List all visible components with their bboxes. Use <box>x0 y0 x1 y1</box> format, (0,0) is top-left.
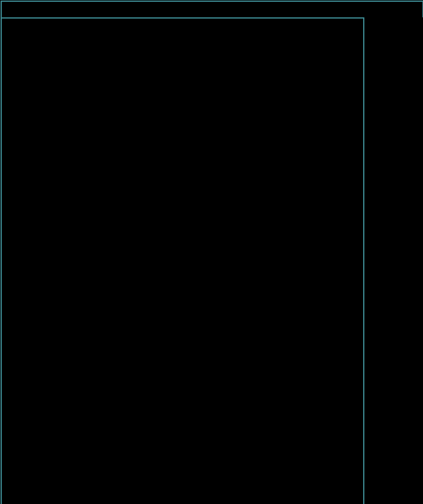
radar-app-window <box>0 0 423 504</box>
colorbar-panel <box>364 17 423 504</box>
title-bar <box>1 1 423 19</box>
colorbar-canvas <box>364 17 423 504</box>
radar-map-canvas <box>2 19 363 504</box>
map-frame <box>1 17 364 504</box>
